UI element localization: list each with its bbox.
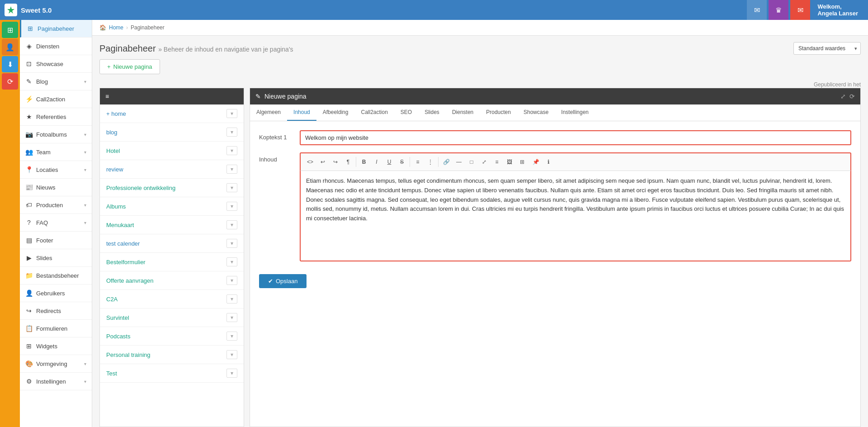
sidebar-item-faq[interactable]: ? FAQ ▾ [20,214,92,232]
standards-dropdown[interactable]: Standaard waardes Aangepaste waardes [793,42,861,55]
editor-content-area[interactable]: Etiam rhoncus. Maecenas tempus, tellus e… [300,171,851,261]
breadcrumb-home[interactable]: Home [109,24,123,31]
toolbar-underline[interactable]: U [383,156,395,168]
sidebar-item-redirects[interactable]: ↪ Redirects [20,302,92,320]
icon-strip-btn-4[interactable]: ⟳ [2,73,18,90]
tree-item-arrow-review[interactable]: ▾ [226,165,237,174]
tree-item-arrow-albums[interactable]: ▾ [226,202,237,211]
tree-item-review[interactable]: review ▾ [100,160,244,179]
sidebar-item-blog[interactable]: ✎ Blog ▾ [20,73,92,90]
tab-seo[interactable]: SEO [394,104,418,121]
toolbar-para[interactable]: ¶ [342,156,354,168]
tab-afbeelding[interactable]: Afbeelding [316,104,355,121]
sidebar-item-formulieren[interactable]: 📋 Formulieren [20,320,92,337]
toolbar-undo[interactable]: ↩ [317,156,329,168]
sidebar-item-slides[interactable]: ▶ Slides [20,249,92,267]
tree-item-menukaart[interactable]: Menukaart ▾ [100,216,244,234]
toolbar-info[interactable]: ℹ [542,156,554,168]
tree-item-survintel[interactable]: Survintel ▾ [100,308,244,327]
toolbar-align[interactable]: ≡ [491,156,503,168]
tree-item-test-calender[interactable]: test calender ▾ [100,234,244,253]
tree-item-blog[interactable]: blog ▾ [100,123,244,142]
toolbar-image[interactable]: 🖼 [504,156,515,168]
new-page-button[interactable]: + Nieuwe pagina [99,59,160,74]
tree-item-arrow-home[interactable]: ▾ [226,109,237,118]
tree-item-arrow-personal-training[interactable]: ▾ [226,350,237,359]
tab-diensten[interactable]: Diensten [446,104,480,121]
editor-expand-icon[interactable]: ⤢ [840,93,846,100]
tree-item-arrow-c2a[interactable]: ▾ [226,294,237,304]
tree-item-arrow-hotel[interactable]: ▾ [226,146,237,155]
sidebar-item-locaties[interactable]: 📍 Locaties ▾ [20,161,92,179]
icon-strip-btn-1[interactable]: ⊞ [2,22,18,38]
tree-item-c2a[interactable]: C2A ▾ [100,290,244,308]
toolbar-table[interactable]: ⊞ [516,156,528,168]
save-button[interactable]: ✔ Opslaan [259,274,307,288]
sidebar-item-bestandsbeheer[interactable]: 📁 Bestandsbeheer [20,267,92,285]
toolbar-italic[interactable]: I [371,156,382,168]
tab-algemeen[interactable]: Algemeen [250,104,287,121]
sidebar-item-widgets[interactable]: ⊞ Widgets [20,337,92,355]
editor-refresh-icon[interactable]: ⟳ [849,93,855,100]
toolbar-expand[interactable]: ⤢ [478,156,490,168]
sidebar-item-diensten[interactable]: ◈ Diensten [20,38,92,55]
icon-strip-btn-2[interactable]: 👤 [2,39,18,55]
sidebar-item-call2action[interactable]: ⚡ Call2action [20,90,92,108]
toolbar-bold[interactable]: B [358,156,370,168]
toolbar-ul[interactable]: ≡ [412,156,424,168]
tab-showcase[interactable]: Showcase [517,104,555,121]
tree-item-podcasts[interactable]: Podcasts ▾ [100,327,244,346]
toolbar-pin[interactable]: 📌 [530,156,542,168]
tree-item-arrow-test-calender[interactable]: ▾ [226,239,237,248]
tree-item-arrow-bestelformulier[interactable]: ▾ [226,257,237,266]
tab-call2action[interactable]: Call2action [354,104,394,121]
tree-item-hotel[interactable]: Hotel ▾ [100,142,244,160]
crown-button[interactable]: ♛ [769,0,788,20]
tree-item-personal-training[interactable]: Personal training ▾ [100,346,244,364]
sidebar-item-footer[interactable]: ▤ Footer [20,232,92,249]
tree-item-arrow-offerte[interactable]: ▾ [226,276,237,285]
sidebar-item-showcase[interactable]: ⊡ Showcase [20,55,92,73]
sidebar-item-gebruikers[interactable]: 👤 Gebruikers [20,285,92,302]
tab-inhoud[interactable]: Inhoud [287,104,316,121]
toolbar-code[interactable]: <> [304,156,316,168]
tree-item-arrow-menukaart[interactable]: ▾ [226,220,237,229]
footer-icon: ▤ [25,237,33,244]
sidebar-item-nieuws[interactable]: 📰 Nieuws [20,179,92,196]
icon-strip-btn-3[interactable]: ⬇ [2,56,18,72]
tree-item-bestelformulier[interactable]: Bestelformulier ▾ [100,253,244,271]
tree-item-test[interactable]: Test ▾ [100,364,244,383]
tree-item-arrow-blog[interactable]: ▾ [226,128,237,137]
sidebar-item-team[interactable]: 👥 Team ▾ [20,143,92,161]
koptekst-input[interactable] [300,130,851,145]
tree-item-arrow-professionele[interactable]: ▾ [226,183,237,192]
sidebar-item-instellingen[interactable]: ⚙ Instellingen ▾ [20,373,92,390]
sidebar-label-formulieren: Formulieren [36,325,67,332]
user-menu[interactable]: Welkom, Angela Lanser [812,3,863,17]
sidebar-item-paginabeheer[interactable]: ⊞ Paginabeheer [20,20,92,38]
toolbar-link[interactable]: 🔗 [440,156,452,168]
toolbar-hr[interactable]: — [453,156,465,168]
tab-instellingen[interactable]: Instellingen [555,104,595,121]
tab-producten[interactable]: Producten [480,104,517,121]
tree-item-professionele[interactable]: Professionele ontwikkeling ▾ [100,179,244,197]
toolbar-strike[interactable]: S [396,156,408,168]
tree-item-home[interactable]: + home ▾ [100,104,244,123]
sidebar-item-fotoalbums[interactable]: 📷 Fotoalbums ▾ [20,126,92,143]
tab-slides[interactable]: Slides [418,104,446,121]
tree-item-arrow-test[interactable]: ▾ [226,369,237,378]
toolbar-ol[interactable]: ⋮ [425,156,436,168]
sidebar-item-referenties[interactable]: ★ Referenties [20,108,92,126]
gebruikers-icon: 👤 [25,289,33,297]
tree-item-arrow-survintel[interactable]: ▾ [226,313,237,322]
envelope-button[interactable]: ✉ [790,0,810,20]
sidebar-item-vormgeving[interactable]: 🎨 Vormgeving ▾ [20,355,92,373]
sidebar-item-producten[interactable]: 🏷 Producten ▾ [20,196,92,214]
messages-button[interactable]: ✉ [747,0,767,20]
user-greeting: Welkom, [817,3,858,10]
toolbar-redo[interactable]: ↪ [330,156,341,168]
tree-item-albums[interactable]: Albums ▾ [100,197,244,216]
toolbar-box[interactable]: □ [466,156,477,168]
tree-item-arrow-podcasts[interactable]: ▾ [226,332,237,341]
tree-item-offerte[interactable]: Offerte aanvragen ▾ [100,271,244,290]
